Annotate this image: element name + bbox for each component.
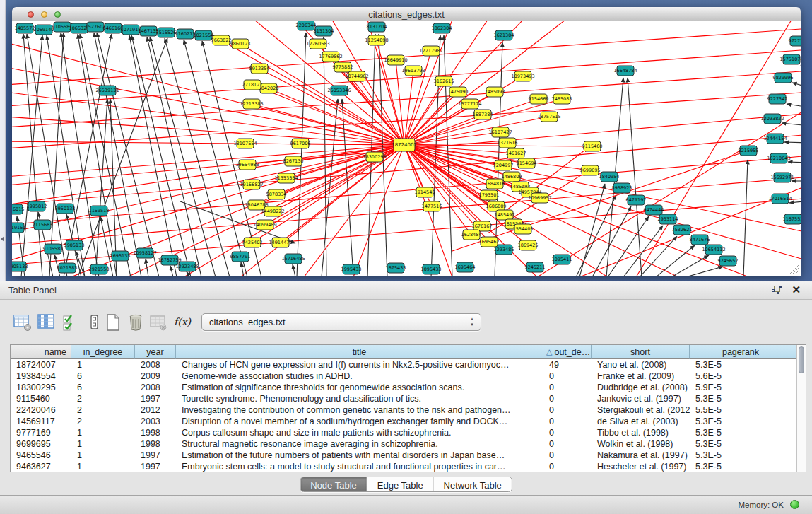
cell-short[interactable]: Tibbo et al. (1998): [592, 427, 690, 438]
cell-out_de[interactable]: 0: [543, 404, 592, 416]
graph-node[interactable]: 1486809: [502, 172, 522, 182]
cell-in_degree[interactable]: 2: [71, 416, 135, 427]
cell-year[interactable]: 2009: [135, 370, 176, 382]
cell-year[interactable]: 2012: [135, 404, 176, 416]
cell-out_de[interactable]: 0: [543, 382, 592, 393]
cell-short[interactable]: Franke et al. (2009): [592, 370, 690, 382]
cell-short[interactable]: de Silva et al. (2003): [592, 416, 690, 427]
cell-in_degree[interactable]: 1: [71, 427, 135, 438]
cell-name[interactable]: 9777169: [11, 427, 71, 438]
graph-node[interactable]: 1695464: [455, 262, 476, 272]
cell-title[interactable]: Estimation of the future numbers of pati…: [176, 450, 543, 461]
table-row[interactable]: 1938455462009Genome-wide association stu…: [11, 370, 796, 382]
graph-node[interactable]: 8131204: [367, 22, 387, 32]
graph-edge[interactable]: [628, 78, 642, 276]
graph-node[interactable]: 1793501: [479, 190, 500, 200]
graph-node[interactable]: 7663822: [211, 35, 232, 45]
graph-node[interactable]: 2718127: [242, 80, 263, 90]
graph-node[interactable]: 9160213: [175, 29, 196, 39]
create-table-icon[interactable]: [103, 313, 123, 332]
cell-title[interactable]: Embryonic stem cells: a model to study s…: [176, 461, 543, 472]
table-row[interactable]: 946554611997Estimation of the future num…: [11, 450, 796, 461]
cell-name[interactable]: 18724007: [11, 359, 71, 370]
graph-node[interactable]: 17769862: [319, 52, 342, 62]
column-header-name[interactable]: name: [11, 345, 71, 359]
graph-node[interactable]: 8912354: [249, 64, 270, 74]
cell-year[interactable]: 2008: [135, 359, 176, 370]
graph-node[interactable]: 15777174: [458, 99, 481, 109]
graph-node[interactable]: 1914545: [415, 187, 435, 197]
graph-edge[interactable]: [12, 71, 801, 127]
graph-node[interactable]: 8938923: [612, 183, 632, 193]
graph-node[interactable]: 19166827: [240, 180, 263, 189]
cell-out_de[interactable]: 0: [543, 450, 592, 461]
cell-title[interactable]: Estimation of significance thresholds fo…: [176, 382, 543, 393]
graph-node[interactable]: 18107554: [233, 139, 257, 148]
graph-node[interactable]: 5905133: [64, 240, 85, 250]
function-builder-icon[interactable]: f(x): [174, 313, 194, 332]
cell-short[interactable]: Nakamura et al. (1997): [592, 450, 690, 461]
graph-node[interactable]: 9154694: [517, 158, 537, 168]
cell-year[interactable]: 1997: [135, 461, 176, 472]
cell-out_de[interactable]: 0: [543, 393, 592, 404]
row-selection-icon[interactable]: [61, 313, 81, 332]
graph-edge[interactable]: [636, 21, 792, 276]
graph-node[interactable]: 7532621: [672, 225, 693, 235]
graph-edge[interactable]: [788, 162, 801, 163]
graph-node[interactable]: 1695462: [479, 237, 500, 247]
graph-node[interactable]: 12213383: [240, 99, 263, 109]
graph-node[interactable]: 1405572: [15, 23, 35, 33]
graph-node[interactable]: 2921558: [89, 264, 110, 274]
float-window-icon[interactable]: [772, 286, 782, 295]
graph-node[interactable]: 16648784: [613, 66, 637, 76]
graph-node[interactable]: 1461627: [506, 148, 526, 158]
cell-in_degree[interactable]: 1: [71, 450, 135, 461]
cell-year[interactable]: 2008: [135, 382, 176, 393]
graph-node[interactable]: 26539131: [95, 86, 119, 95]
cell-in_degree[interactable]: 6: [71, 370, 135, 382]
graph-node[interactable]: 12923488: [175, 262, 199, 271]
cell-short[interactable]: Stergiakouli et al. (2012): [592, 404, 690, 416]
graph-edge[interactable]: [297, 33, 306, 276]
graph-edge[interactable]: [671, 255, 709, 276]
graph-node[interactable]: 10744962: [345, 71, 368, 81]
cell-pagerank[interactable]: 5.3E-5: [690, 450, 792, 461]
left-panel-splitter[interactable]: [0, 0, 6, 281]
column-header-in_degree[interactable]: in_degree: [71, 345, 135, 359]
graph-node[interactable]: 1095433: [421, 264, 442, 274]
cell-short[interactable]: Wolkin et al. (1998): [592, 438, 690, 450]
cell-year[interactable]: 2003: [135, 416, 176, 427]
graph-edge[interactable]: [656, 245, 695, 276]
graph-node[interactable]: 14099489: [253, 220, 276, 230]
graph-node[interactable]: 9474444: [644, 205, 664, 215]
cell-out_de[interactable]: 0: [543, 427, 592, 438]
cell-short[interactable]: Dudbridge et al. (2008): [592, 382, 690, 393]
cell-title[interactable]: Structural magnetic resonance image aver…: [176, 438, 543, 450]
graph-node[interactable]: 18724007: [392, 139, 417, 151]
graph-node[interactable]: 8131304: [314, 26, 334, 36]
graph-node[interactable]: 9115460: [582, 141, 603, 151]
graph-node[interactable]: 18300295: [363, 152, 386, 162]
scrollbar-thumb[interactable]: [799, 346, 804, 373]
graph-node[interactable]: 15751074: [779, 54, 801, 64]
table-row[interactable]: 2242004622012Investigating the contribut…: [11, 404, 796, 416]
table-row[interactable]: 977716911998Corpus callosum shape and si…: [11, 427, 796, 438]
graph-node[interactable]: 7515526: [156, 28, 177, 37]
graph-edge[interactable]: [241, 262, 244, 276]
graph-node[interactable]: 7425402: [242, 238, 263, 247]
cell-title[interactable]: Changes of HCN gene expression and I(f) …: [176, 359, 543, 370]
cell-in_degree[interactable]: 2: [71, 393, 135, 404]
cell-out_de[interactable]: 0: [543, 416, 592, 427]
graph-edge[interactable]: [12, 156, 801, 225]
cell-title[interactable]: Tourette syndrome. Phenomenology and cla…: [176, 393, 543, 404]
graph-node[interactable]: 16649910: [384, 55, 407, 65]
graph-node[interactable]: 8471676: [690, 235, 710, 245]
table-options-icon[interactable]: [13, 313, 33, 332]
graph-node[interactable]: 9245652: [718, 256, 739, 266]
graph-node[interactable]: 5878334: [266, 189, 287, 199]
cell-short[interactable]: Yano et al. (2008): [592, 359, 690, 370]
graph-node[interactable]: 9245211: [525, 262, 546, 272]
graph-edge[interactable]: [686, 267, 723, 276]
graph-edge[interactable]: [782, 123, 801, 126]
graph-edge[interactable]: [95, 99, 107, 276]
